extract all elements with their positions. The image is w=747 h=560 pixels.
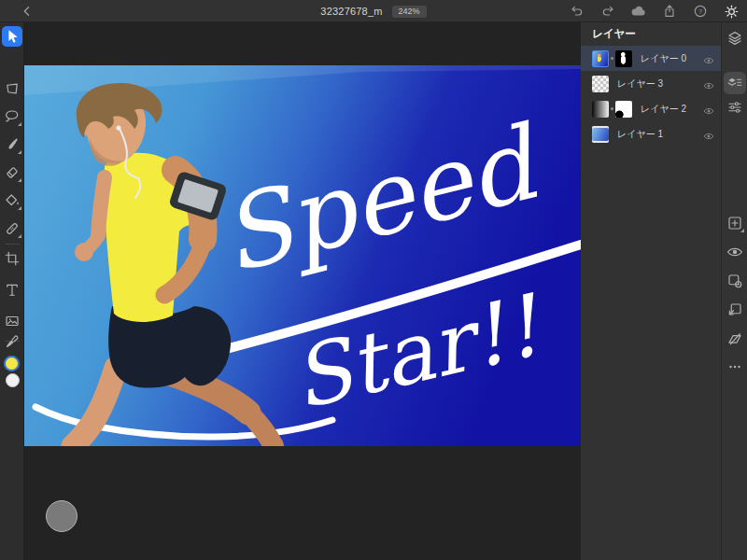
undo-button[interactable] [567, 1, 587, 21]
eyedropper-icon [4, 333, 21, 350]
undo-icon [570, 4, 585, 19]
cloud-icon [630, 3, 647, 20]
subtool-indicator [18, 178, 21, 182]
fill-tool-button[interactable] [4, 192, 21, 209]
layer-visibility-toggle[interactable] [703, 53, 714, 64]
layer-row[interactable]: レイヤー 2 [581, 96, 721, 121]
eye-icon [703, 80, 714, 91]
share-button[interactable] [659, 1, 680, 21]
help-button[interactable]: ? [690, 1, 711, 21]
top-bar-actions: ? [567, 1, 741, 21]
document-title: 32327678_m [320, 6, 382, 17]
layer-name: レイヤー 1 [617, 128, 663, 141]
subtool-indicator [740, 229, 744, 232]
layer-row[interactable]: レイヤー 3 [581, 71, 721, 96]
tool-strip [0, 22, 24, 560]
layer-thumbnail[interactable] [592, 76, 609, 92]
layer-thumbnail[interactable] [592, 50, 609, 67]
sliders-icon [726, 99, 743, 116]
clipping-mask-icon [726, 301, 743, 318]
layer-row[interactable]: レイヤー 1 [581, 121, 721, 147]
layer-mask-thumbnail[interactable] [615, 50, 632, 67]
eye-icon [726, 244, 743, 260]
place-image-tool-button[interactable] [4, 313, 21, 329]
settings-button[interactable] [721, 1, 741, 21]
layer-mask-thumbnail[interactable] [615, 101, 632, 118]
gear-icon [724, 4, 740, 20]
eraser-tool-button[interactable] [4, 164, 21, 181]
mask-link-icon [611, 57, 613, 60]
layer-visibility-button[interactable] [726, 244, 743, 260]
crop-tool-button[interactable] [4, 250, 21, 267]
subtool-indicator [18, 122, 21, 126]
redo-button[interactable] [598, 1, 618, 21]
workspace: Speed Star!! [24, 22, 581, 560]
help-icon: ? [693, 4, 708, 19]
layer-name: レイヤー 2 [641, 103, 686, 116]
transform-icon [4, 80, 21, 97]
photoshop-ipad-app: 32327678_m 242% [0, 0, 747, 560]
image-icon [4, 313, 21, 329]
type-tool-button[interactable] [4, 282, 21, 299]
transform-tool-button[interactable] [4, 80, 21, 97]
redo-icon [600, 4, 615, 19]
document-canvas[interactable]: Speed Star!! [24, 65, 581, 446]
crop-icon [4, 250, 21, 267]
layer-mask-button[interactable] [726, 330, 743, 347]
adjustments-tab-button[interactable] [726, 99, 743, 116]
help-glyph: ? [698, 7, 702, 16]
share-icon [662, 4, 677, 19]
healing-tool-button[interactable] [4, 220, 21, 237]
mask-link-icon [611, 107, 613, 110]
layer-style-icon [726, 273, 743, 289]
zoom-level-badge[interactable]: 242% [392, 6, 427, 18]
layer-properties-icon [726, 75, 743, 91]
move-cursor-icon [4, 28, 21, 45]
clipping-mask-button[interactable] [726, 301, 743, 318]
brush-tool-button[interactable] [4, 136, 21, 153]
layers-panel-title: レイヤー [581, 22, 721, 46]
layer-name: レイヤー 0 [641, 52, 686, 65]
eye-icon [703, 105, 714, 117]
layer-properties-tab-button[interactable] [724, 72, 746, 94]
layer-thumbnail[interactable] [592, 101, 609, 118]
layer-visibility-toggle[interactable] [703, 104, 714, 115]
layer-thumbnail[interactable] [592, 126, 609, 143]
cloud-sync-button[interactable] [628, 1, 649, 21]
toolbar-divider [5, 244, 20, 245]
move-tool-button[interactable] [2, 26, 22, 47]
right-icon-strip [721, 22, 747, 560]
more-options-icon [726, 358, 743, 375]
subtool-indicator [18, 206, 21, 210]
layer-row[interactable]: レイヤー 0 [581, 46, 721, 71]
subtool-indicator [18, 150, 21, 154]
touch-shortcut-button[interactable] [46, 500, 78, 532]
layers-panel: レイヤー レイヤー 0 レイヤー 3 [581, 22, 721, 560]
layer-mask-icon [726, 330, 743, 347]
top-bar: 32327678_m 242% [0, 0, 747, 22]
add-layer-button[interactable] [726, 215, 743, 231]
type-icon [4, 282, 21, 299]
layers-icon [726, 30, 743, 47]
eye-icon [703, 55, 714, 66]
layer-name: レイヤー 3 [617, 77, 663, 91]
layer-style-button[interactable] [726, 273, 743, 289]
layer-visibility-toggle[interactable] [703, 129, 714, 140]
foreground-color-chip[interactable] [4, 356, 20, 371]
more-options-button[interactable] [726, 358, 743, 375]
lasso-select-tool-button[interactable] [4, 108, 21, 125]
background-color-chip[interactable] [6, 373, 20, 387]
subtool-indicator [18, 234, 21, 238]
eye-icon [703, 131, 714, 142]
eyedropper-tool-button[interactable] [4, 333, 21, 350]
layers-tab-button[interactable] [726, 30, 743, 47]
layer-visibility-toggle[interactable] [703, 78, 714, 90]
